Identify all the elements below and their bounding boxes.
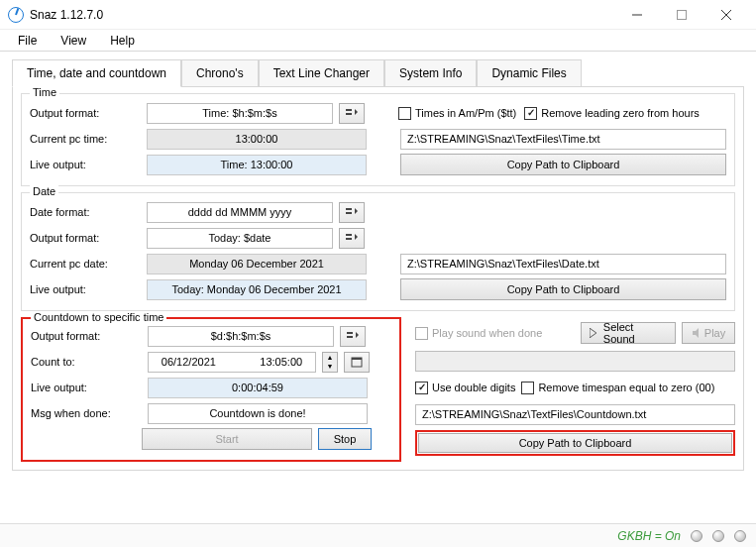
countdown-msg-input[interactable]: Countdown is done! (148, 403, 368, 424)
time-copy-path-button[interactable]: Copy Path to Clipboard (400, 154, 726, 175)
time-live-label: Live output: (30, 159, 141, 170)
countdown-path-input[interactable]: Z:\STREAMING\Snaz\TextFiles\Countdown.tx… (415, 404, 735, 425)
tab-chronos[interactable]: Chrono's (181, 59, 259, 86)
countdown-group: Countdown to specific time Output format… (21, 317, 401, 462)
status-led-3 (734, 530, 746, 542)
window-title: Snaz 1.12.7.0 (30, 8, 614, 22)
date-legend: Date (30, 185, 58, 197)
svg-marker-14 (693, 328, 699, 338)
date-path-input[interactable]: Z:\STREAMING\Snaz\TextFiles\Date.txt (400, 254, 726, 274)
svg-rect-11 (347, 336, 353, 338)
countdown-double-digits-checkbox[interactable]: Use double digits (415, 382, 515, 394)
time-live-output: Time: 13:00:00 (147, 155, 367, 175)
countdown-calendar-button[interactable] (344, 352, 370, 373)
countdown-start-button[interactable]: Start (142, 428, 312, 450)
svg-rect-9 (346, 238, 352, 240)
countdown-copy-path-button[interactable]: Copy Path to Clipboard (418, 433, 732, 453)
minimize-button[interactable] (614, 0, 659, 29)
tab-text-line-changer[interactable]: Text Line Changer (259, 59, 384, 86)
date-format-input[interactable]: dddd dd MMMM yyyy (147, 202, 333, 223)
time-output-format-label: Output format: (30, 107, 141, 119)
countdown-count-to-label: Count to: (31, 356, 142, 368)
date-current-label: Current pc date: (30, 258, 141, 270)
svg-rect-7 (346, 212, 352, 214)
date-live-output: Today: Monday 06 December 2021 (147, 279, 367, 300)
time-current-display: 13:00:00 (147, 129, 367, 150)
menu-file[interactable]: File (8, 32, 47, 50)
countdown-live-output: 0:00:04:59 (148, 378, 368, 398)
svg-rect-10 (347, 332, 353, 334)
date-output-format-input[interactable]: Today: $date (147, 228, 333, 249)
date-format-label: Date format: (30, 206, 141, 218)
date-output-format-label: Output format: (30, 232, 141, 244)
countdown-play-sound-checkbox[interactable]: Play sound when done (415, 327, 542, 340)
countdown-legend: Countdown to specific time (31, 311, 166, 323)
countdown-output-format-input[interactable]: $d:$h:$m:$s (148, 326, 334, 347)
time-path-input[interactable]: Z:\STREAMING\Snaz\TextFiles\Time.txt (400, 129, 726, 150)
countdown-format-helper-button[interactable] (340, 326, 366, 347)
app-icon (8, 7, 24, 23)
status-gkbh: GKBH = On (617, 529, 681, 543)
svg-rect-4 (346, 109, 352, 111)
time-legend: Time (30, 86, 59, 98)
date-live-label: Live output: (30, 283, 141, 295)
tab-dynamic-files[interactable]: Dynamic Files (477, 59, 581, 86)
date-current-display: Monday 06 December 2021 (147, 254, 367, 274)
countdown-stop-button[interactable]: Stop (318, 428, 372, 450)
status-led-2 (712, 530, 724, 542)
svg-rect-6 (346, 208, 352, 210)
tab-time-date-countdown[interactable]: Time, date and countdown (12, 59, 181, 87)
svg-rect-5 (346, 113, 352, 115)
countdown-datetime-input[interactable]: 06/12/2021 13:05:00 (148, 352, 316, 373)
date-output-helper-button[interactable] (339, 228, 365, 249)
time-current-label: Current pc time: (30, 133, 141, 145)
tab-system-info[interactable]: System Info (384, 59, 477, 86)
svg-rect-8 (346, 234, 352, 236)
countdown-sound-path (415, 351, 735, 372)
time-format-helper-button[interactable] (339, 103, 365, 124)
svg-rect-1 (677, 10, 686, 19)
countdown-live-label: Live output: (31, 382, 142, 393)
date-format-helper-button[interactable] (339, 202, 365, 223)
countdown-remove-zero-checkbox[interactable]: Remove timespan equal to zero (00) (521, 382, 714, 394)
select-sound-button[interactable]: Select Sound (581, 322, 676, 344)
menu-view[interactable]: View (51, 32, 96, 50)
time-remove-leading-zero-checkbox[interactable]: Remove leading zero from hours (524, 107, 700, 120)
close-button[interactable] (703, 0, 748, 29)
menu-help[interactable]: Help (100, 32, 145, 50)
time-ampm-checkbox[interactable]: Times in Am/Pm ($tt) (398, 107, 516, 120)
play-sound-button[interactable]: Play (682, 322, 735, 344)
maximize-button[interactable] (659, 0, 703, 29)
countdown-msg-label: Msg when done: (31, 407, 142, 419)
status-led-1 (691, 530, 702, 542)
svg-rect-13 (352, 358, 362, 360)
date-copy-path-button[interactable]: Copy Path to Clipboard (400, 278, 726, 300)
countdown-output-format-label: Output format: (31, 330, 142, 342)
time-output-format-input[interactable]: Time: $h:$m:$s (147, 103, 333, 124)
countdown-datetime-spinner[interactable]: ▲▼ (322, 352, 338, 373)
